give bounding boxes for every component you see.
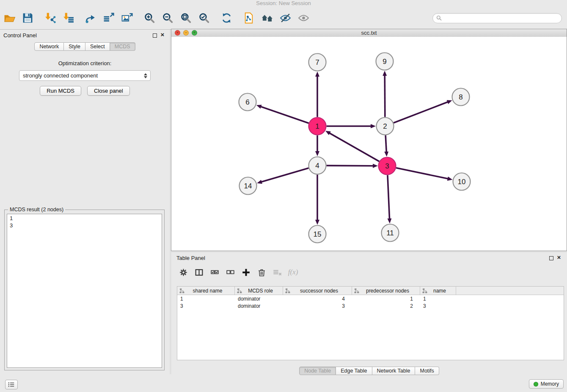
table-row[interactable]: 3dominator323 — [177, 302, 564, 309]
table-panel-close-button[interactable]: × — [556, 254, 562, 260]
search-box[interactable] — [432, 13, 562, 23]
graph-edge-3-11[interactable] — [388, 175, 390, 218]
graph-edge-2-8[interactable] — [394, 102, 448, 123]
open-session-button[interactable] — [2, 9, 17, 28]
export-network-button[interactable] — [83, 9, 99, 28]
toggle-details-button[interactable] — [278, 9, 293, 28]
delete-column-button[interactable] — [256, 266, 267, 279]
network-canvas[interactable]: 7968124314101511 — [171, 37, 567, 251]
home-icon — [261, 12, 273, 24]
network-window-titlebar[interactable]: ×−+ scc.txt — [171, 29, 567, 37]
memory-label: Memory — [541, 381, 559, 387]
column-header-predecessor-nodes[interactable]: predecessor nodes — [352, 287, 420, 295]
svg-text:10: 10 — [458, 178, 466, 186]
zoom-in-button[interactable] — [142, 9, 157, 28]
window-controls: ×−+ — [175, 30, 197, 36]
control-panel-tabs: NetworkStyleSelectMCDS — [0, 42, 170, 51]
table-cell: 4 — [283, 296, 352, 302]
column-header-successor-nodes[interactable]: successor nodes — [283, 287, 352, 295]
column-header-label: name — [428, 288, 454, 294]
zoom-selected-button[interactable] — [196, 9, 212, 28]
mcds-result-title: MCDS result (2 nodes) — [8, 207, 65, 213]
function-builder-button[interactable]: f(x) — [288, 266, 298, 279]
memory-button[interactable]: Memory — [529, 379, 564, 389]
tab-network[interactable]: Network — [34, 42, 64, 51]
import-network-icon — [44, 12, 56, 24]
node-table: shared nameMCDS rolesuccessor nodesprede… — [177, 286, 564, 360]
graph-edge-4-14[interactable] — [261, 168, 308, 182]
tab-edge-table[interactable]: Edge Table — [336, 367, 372, 375]
create-column-button[interactable] — [241, 266, 251, 279]
zoom-window-button[interactable]: + — [192, 30, 197, 36]
column-header-shared-name[interactable]: shared name — [177, 287, 235, 295]
tab-motifs[interactable]: Motifs — [415, 367, 439, 375]
save-session-button[interactable] — [20, 9, 36, 28]
show-panels-button[interactable] — [5, 380, 18, 389]
tab-network-table[interactable]: Network Table — [372, 367, 416, 375]
table-row[interactable]: 1dominator411 — [177, 295, 564, 302]
deselect-all-columns-button[interactable] — [225, 266, 236, 279]
open-folder-icon — [4, 12, 15, 24]
network-overview-button[interactable] — [241, 9, 257, 28]
graph-edge-2-3[interactable] — [385, 135, 386, 152]
criterion-select[interactable]: strongly connected component — [19, 70, 151, 81]
close-mcds-panel-button[interactable]: Close panel — [87, 86, 130, 96]
column-header-mcds-role[interactable]: MCDS role — [235, 287, 283, 295]
search-input[interactable] — [444, 15, 558, 22]
select-all-columns-button[interactable] — [209, 266, 220, 279]
control-panel-close-button[interactable]: × — [160, 31, 165, 37]
import-network-button[interactable] — [42, 9, 58, 28]
refresh-view-button[interactable] — [219, 9, 234, 28]
graph-node-7[interactable]: 7 — [309, 54, 326, 71]
graph-edge-4-3[interactable] — [326, 166, 373, 166]
table-panel-float-button[interactable] — [548, 255, 554, 261]
graph-edge-3-1[interactable] — [330, 133, 379, 162]
graph-node-10[interactable]: 10 — [453, 173, 471, 190]
graph-edge-1-6[interactable] — [261, 107, 309, 123]
table-cell: 3 — [283, 303, 352, 309]
graph-node-6[interactable]: 6 — [239, 94, 256, 111]
tab-style[interactable]: Style — [64, 42, 85, 51]
minimize-window-button[interactable]: − — [183, 30, 189, 36]
graph-node-2[interactable]: 2 — [377, 118, 394, 135]
zoom-in-icon — [144, 12, 155, 24]
show-columns-button[interactable] — [194, 266, 204, 279]
graph-node-9[interactable]: 9 — [376, 53, 394, 70]
svg-text:6: 6 — [245, 98, 249, 106]
show-view-button[interactable] — [296, 9, 311, 28]
run-mcds-button[interactable]: Run MCDS — [40, 86, 81, 96]
zoom-fit-button[interactable] — [178, 9, 194, 28]
control-panel-float-button[interactable] — [152, 33, 158, 39]
tab-node-table[interactable]: Node Table — [299, 367, 336, 375]
delete-table-button[interactable] — [272, 266, 283, 279]
export-table-button[interactable] — [101, 9, 117, 28]
export-image-button[interactable] — [119, 9, 135, 28]
close-window-button[interactable]: × — [175, 30, 180, 36]
mcds-result-list[interactable]: 13 — [7, 214, 162, 368]
window-titlebar[interactable]: Session: New Session — [0, 0, 567, 7]
import-table-button[interactable] — [61, 9, 76, 28]
graph-node-15[interactable]: 15 — [309, 226, 326, 243]
graph-node-3[interactable]: 3 — [379, 157, 396, 175]
zoom-out-button[interactable] — [160, 9, 176, 28]
table-header-row: shared nameMCDS rolesuccessor nodesprede… — [177, 287, 564, 295]
table-cell: dominator — [235, 303, 283, 309]
import-table-icon — [63, 12, 74, 24]
home-view-button[interactable] — [259, 9, 275, 28]
mcds-result-item[interactable]: 3 — [10, 222, 159, 229]
graph-node-11[interactable]: 11 — [382, 224, 399, 242]
graph-node-4[interactable]: 4 — [309, 157, 326, 174]
column-header-name[interactable]: name — [420, 287, 456, 295]
graph-node-8[interactable]: 8 — [452, 88, 470, 106]
combo-stepper-icon — [143, 71, 149, 80]
table-settings-button[interactable] — [178, 266, 189, 279]
network-canvas-svg: 7968124314101511 — [171, 37, 566, 251]
graph-node-14[interactable]: 14 — [239, 177, 257, 195]
table-cell: dominator — [235, 296, 283, 302]
tab-mcds[interactable]: MCDS — [110, 42, 135, 51]
graph-node-1[interactable]: 1 — [309, 118, 326, 135]
graph-edge-3-10[interactable] — [396, 168, 448, 179]
graph-edge-2-9[interactable] — [385, 75, 385, 117]
mcds-result-item[interactable]: 1 — [10, 215, 159, 222]
tab-select[interactable]: Select — [85, 42, 110, 51]
